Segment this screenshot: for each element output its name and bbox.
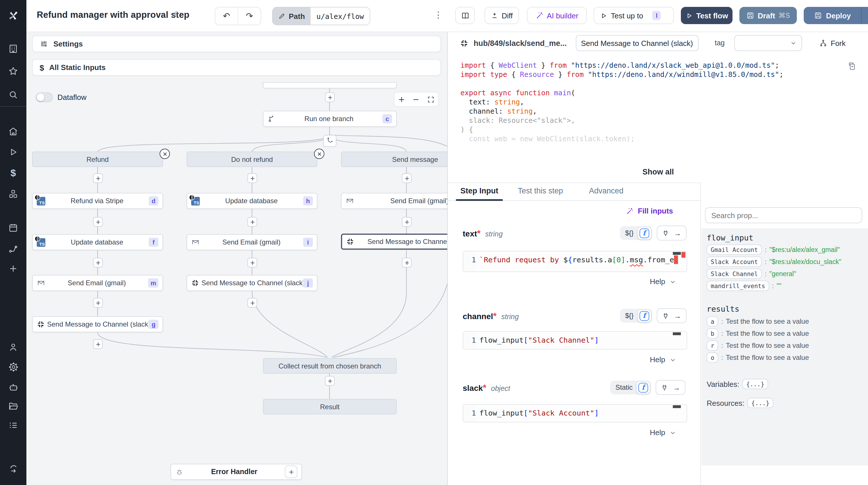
insert-step-plus[interactable] <box>93 298 103 308</box>
variables-expand-pill[interactable]: {...} <box>742 379 768 389</box>
edit-title-pencil-icon[interactable] <box>171 10 179 18</box>
prop-key-pill[interactable]: Slack Channel <box>707 269 762 279</box>
node-collect-result[interactable]: Collect result from chosen branch <box>263 358 397 374</box>
results-title[interactable]: results <box>707 304 739 313</box>
flow-settings-bar[interactable]: Settings <box>32 36 441 52</box>
fork-button[interactable]: Fork <box>819 39 846 47</box>
remove-branch-no-refund-icon[interactable] <box>314 149 324 159</box>
plug-icon[interactable] <box>662 229 669 237</box>
insert-step-plus[interactable] <box>93 339 103 349</box>
expr-mode-option[interactable]: ${} <box>621 229 638 237</box>
audit-logs-list-icon[interactable] <box>7 420 19 431</box>
insert-step-plus[interactable] <box>93 173 103 183</box>
result-key-pill[interactable]: r <box>707 341 718 351</box>
slack-mode-toggle[interactable]: Static f <box>610 381 651 394</box>
resources-row[interactable]: Resources: {...} <box>707 398 774 408</box>
flow-input-title[interactable]: flow_input <box>707 233 753 242</box>
diff-button[interactable]: Diff <box>485 7 519 24</box>
zoom-out-icon[interactable] <box>412 96 420 103</box>
partial-input-node[interactable] <box>263 82 397 88</box>
add-error-handler-plus[interactable] <box>285 465 298 478</box>
undo-button[interactable]: ↶ <box>215 11 238 21</box>
schedules-calendar-icon[interactable] <box>7 222 19 234</box>
branch-header-no-refund[interactable]: Do not refund <box>187 152 317 167</box>
help-exit-icon[interactable] <box>7 463 19 474</box>
node-update-database-1[interactable]: TS Update database h <box>187 193 317 209</box>
insert-step-plus[interactable] <box>402 217 412 227</box>
flows-route-icon[interactable] <box>7 244 19 255</box>
function-mode-selected[interactable]: f <box>638 310 651 322</box>
zoom-in-icon[interactable] <box>398 96 405 103</box>
prop-row[interactable]: Gmail Account : "$res:u/alex/alex_gmail" <box>707 245 840 255</box>
deploy-button[interactable]: Deploy <box>804 11 861 20</box>
slack-expr-editor[interactable]: 1 flow_input["Slack Account"] <box>463 404 687 422</box>
text-mode-toggle[interactable]: ${} f <box>620 226 652 240</box>
prop-key-pill[interactable]: Slack Account <box>707 257 762 267</box>
insert-step-plus[interactable] <box>247 217 257 227</box>
create-plus-icon[interactable] <box>7 263 19 274</box>
path-input[interactable]: u/alex/flow <box>311 7 370 25</box>
node-send-slack-3[interactable]: Send Message to Channel (slack) g <box>32 316 163 332</box>
variables-row[interactable]: Variables: {...} <box>707 379 768 389</box>
workspace-icon[interactable] <box>7 43 19 55</box>
dataflow-toggle[interactable] <box>36 92 53 102</box>
insert-step-plus[interactable] <box>325 376 335 386</box>
step-summary-input[interactable]: Send Message to Channel (slack) <box>576 35 699 51</box>
result-key-pill[interactable]: o <box>707 352 718 363</box>
tab-step-input[interactable]: Step Input <box>460 187 498 195</box>
insert-step-plus[interactable] <box>93 217 103 227</box>
tag-select[interactable] <box>734 35 802 51</box>
variables-dollar-icon[interactable]: $ <box>7 168 19 179</box>
text-expr-editor[interactable]: 1 `Refund request by ${results.a[0].msg.… <box>463 251 687 272</box>
static-mode-option[interactable]: Static <box>611 383 637 391</box>
remove-branch-refund-icon[interactable] <box>160 149 170 159</box>
resources-cubes-icon[interactable] <box>7 188 19 200</box>
node-send-slack-2[interactable]: Send Message to Channel (slack) j <box>187 275 317 291</box>
tab-advanced[interactable]: Advanced <box>589 187 623 195</box>
fill-inputs-button[interactable]: Fill inputs <box>626 206 673 215</box>
add-branch-button[interactable] <box>323 135 336 147</box>
folders-icon[interactable] <box>7 400 19 412</box>
script-code-preview[interactable]: import { WebClient } from "https://deno.… <box>448 55 868 183</box>
show-all-button[interactable]: Show all <box>448 168 868 176</box>
prop-key-pill[interactable]: Gmail Account <box>707 245 762 255</box>
slack-help-toggle[interactable]: Help <box>650 428 676 437</box>
insert-step-plus[interactable] <box>247 173 257 183</box>
result-row[interactable]: a : Test the flow to see a value <box>707 316 809 327</box>
favorites-star-icon[interactable] <box>7 65 19 77</box>
node-send-email-2[interactable]: Send Email (gmail) i <box>187 234 317 250</box>
function-mode-selected[interactable]: f <box>638 227 651 239</box>
node-run-one-branch[interactable]: Run one branch c <box>263 111 397 127</box>
node-result[interactable]: Result <box>263 399 397 414</box>
prop-row[interactable]: Slack Account : "$res:u/alex/docu_slack" <box>707 257 841 267</box>
channel-expr-editor[interactable]: 1 flow_input["Slack Channel"] <box>463 331 687 350</box>
prop-row[interactable]: Slack Channel : "general" <box>707 269 796 279</box>
kebab-menu-icon[interactable]: ⋮ <box>434 10 443 20</box>
arrow-right-icon[interactable]: → <box>674 311 681 320</box>
result-key-pill[interactable]: b <box>707 328 718 338</box>
workers-robot-icon[interactable] <box>7 381 19 393</box>
home-icon[interactable] <box>7 126 19 137</box>
arrow-right-icon[interactable]: → <box>674 229 681 237</box>
path-button[interactable]: Path <box>273 7 311 25</box>
flow-title[interactable]: Refund manager with approval step <box>37 10 189 20</box>
settings-gear-icon[interactable] <box>7 361 19 373</box>
insert-step-plus[interactable] <box>247 298 257 308</box>
search-icon[interactable] <box>7 89 19 100</box>
copy-code-icon[interactable] <box>847 62 856 71</box>
docs-book-button[interactable] <box>455 7 475 24</box>
insert-step-plus[interactable] <box>325 92 335 102</box>
prop-row[interactable]: mandrill_events : "" <box>707 281 781 291</box>
node-send-email-1[interactable]: Send Email (gmail) <box>341 193 447 209</box>
ai-builder-button[interactable]: AI builder <box>527 7 587 24</box>
text-help-toggle[interactable]: Help <box>650 277 676 286</box>
resources-expand-pill[interactable]: {...} <box>747 398 774 408</box>
node-refund-via-stripe[interactable]: TS Refund via Stripe d <box>32 193 163 209</box>
hub-script-path[interactable]: hub/849/slack/send_me... <box>474 39 567 47</box>
flow-canvas[interactable]: Settings $ All Static Inputs Dataflow Ru… <box>26 32 447 485</box>
error-handler-node[interactable]: Error Handler <box>170 464 302 480</box>
deploy-dropdown-chevron[interactable] <box>862 12 868 19</box>
channel-help-toggle[interactable]: Help <box>650 355 676 364</box>
all-static-inputs-bar[interactable]: $ All Static Inputs <box>32 59 441 76</box>
windmill-logo-icon[interactable] <box>7 10 19 21</box>
